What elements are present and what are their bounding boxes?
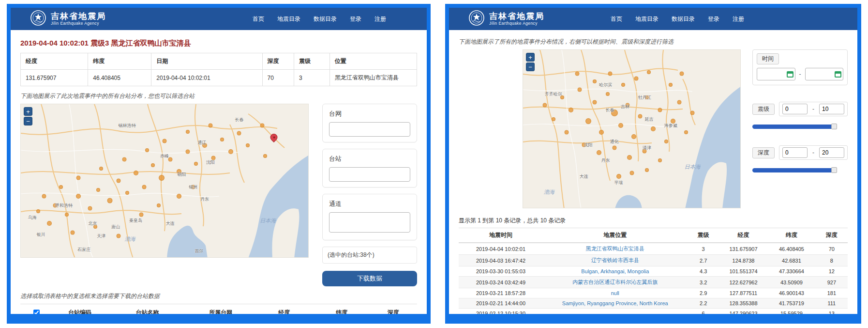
station-marker[interactable] xyxy=(647,70,651,74)
station-marker[interactable] xyxy=(107,198,113,203)
station-marker[interactable] xyxy=(177,194,181,199)
station-marker[interactable] xyxy=(151,163,155,167)
station-marker[interactable] xyxy=(76,194,81,199)
station-marker[interactable] xyxy=(237,131,241,136)
station-marker[interactable] xyxy=(645,168,649,172)
station-marker[interactable] xyxy=(209,124,213,128)
quake-location-link[interactable]: 黑龙江省双鸭山市宝清县 xyxy=(586,246,644,251)
station-marker[interactable] xyxy=(552,117,555,121)
station-marker[interactable] xyxy=(65,213,69,217)
station-marker[interactable] xyxy=(679,71,684,76)
station-marker[interactable] xyxy=(664,140,668,143)
station-marker[interactable] xyxy=(631,134,636,139)
station-marker[interactable] xyxy=(162,139,166,143)
station-marker[interactable] xyxy=(260,124,264,128)
station-marker[interactable] xyxy=(593,79,597,83)
station-marker[interactable] xyxy=(575,71,580,76)
station-marker[interactable] xyxy=(70,231,75,235)
station-marker[interactable] xyxy=(220,138,224,141)
station-map[interactable]: + − 锡林浩特通辽长春沈阳赤峰朝阳锦州北京天津石家庄唐山秦皇岛大连丹东银川乌海… xyxy=(20,104,309,258)
station-marker[interactable] xyxy=(658,108,662,112)
nav-item-2[interactable]: 数据目录 xyxy=(672,15,695,23)
station-marker[interactable] xyxy=(597,150,601,155)
station-marker[interactable] xyxy=(690,111,695,115)
station-marker[interactable] xyxy=(96,188,100,192)
quake-location-link[interactable]: Bulgan, Arkhangai, Mongolia xyxy=(581,268,649,274)
station-marker[interactable] xyxy=(194,162,198,166)
station-marker[interactable] xyxy=(585,118,591,124)
station-marker[interactable] xyxy=(116,234,120,238)
station-marker[interactable] xyxy=(263,154,267,158)
magnitude-max-input[interactable] xyxy=(819,104,844,114)
station-marker[interactable] xyxy=(125,191,129,195)
depth-slider[interactable] xyxy=(752,168,836,172)
magnitude-min-input[interactable] xyxy=(782,104,808,114)
station-marker[interactable] xyxy=(145,148,149,152)
calendar-icon[interactable] xyxy=(835,71,841,78)
date-to-input[interactable] xyxy=(805,68,843,80)
station-marker[interactable] xyxy=(606,92,610,96)
magnitude-slider[interactable] xyxy=(752,125,836,129)
station-marker[interactable] xyxy=(157,203,161,207)
station-marker[interactable] xyxy=(116,179,120,183)
slider-handle[interactable] xyxy=(831,167,837,173)
download-data-button[interactable]: 下载数据 xyxy=(322,271,417,286)
depth-max-input[interactable] xyxy=(819,147,844,158)
station-marker[interactable] xyxy=(627,155,632,160)
station-marker[interactable] xyxy=(577,87,582,92)
zoom-out-button[interactable]: − xyxy=(526,62,535,71)
select-all-checkbox[interactable] xyxy=(33,310,40,316)
station-marker[interactable] xyxy=(616,174,621,179)
station-marker[interactable] xyxy=(134,171,138,175)
station-marker[interactable] xyxy=(638,114,643,118)
slider-handle[interactable] xyxy=(831,124,837,129)
quake-location-link[interactable]: 辽宁省铁岭市西丰县 xyxy=(591,257,639,263)
station-marker[interactable] xyxy=(186,130,190,134)
station-marker[interactable] xyxy=(228,149,233,154)
nav-item-1[interactable]: 地震目录 xyxy=(277,15,300,23)
station-marker[interactable] xyxy=(608,71,612,76)
station-marker[interactable] xyxy=(47,221,52,226)
calendar-icon[interactable] xyxy=(787,71,793,78)
quake-location-link[interactable]: 内蒙古自治区通辽市科尔沁左翼后旗 xyxy=(572,279,658,285)
zoom-in-button[interactable]: + xyxy=(526,53,535,62)
station-marker[interactable] xyxy=(684,130,688,134)
quake-location-link[interactable]: null xyxy=(611,290,619,296)
nav-item-0[interactable]: 首页 xyxy=(611,15,622,23)
nav-item-4[interactable]: 注册 xyxy=(374,15,386,23)
station-marker[interactable] xyxy=(599,130,604,135)
station-marker[interactable] xyxy=(669,83,673,87)
station-marker[interactable] xyxy=(593,100,597,104)
station-marker[interactable] xyxy=(99,167,103,171)
nav-item-1[interactable]: 地震目录 xyxy=(635,15,658,23)
network-input[interactable] xyxy=(329,122,410,137)
station-marker[interactable] xyxy=(634,76,638,80)
station-input[interactable] xyxy=(329,167,410,182)
station-marker[interactable] xyxy=(139,212,144,217)
nav-item-3[interactable]: 登录 xyxy=(708,15,719,23)
station-marker[interactable] xyxy=(159,175,165,181)
quake-location-link[interactable]: Samjiyon, Ryanggang Province, North Kore… xyxy=(562,300,668,306)
station-marker[interactable] xyxy=(651,126,656,131)
station-marker[interactable] xyxy=(142,185,147,189)
nav-item-2[interactable]: 数据目录 xyxy=(314,15,337,23)
station-marker[interactable] xyxy=(246,143,250,147)
station-marker[interactable] xyxy=(122,157,126,161)
station-marker[interactable] xyxy=(76,175,80,180)
station-marker[interactable] xyxy=(612,146,616,150)
zoom-out-button[interactable]: − xyxy=(24,117,32,125)
station-marker[interactable] xyxy=(629,171,634,175)
station-marker[interactable] xyxy=(59,185,63,189)
station-marker[interactable] xyxy=(542,103,547,108)
depth-min-input[interactable] xyxy=(782,147,808,158)
station-marker[interactable] xyxy=(658,158,662,162)
station-marker[interactable] xyxy=(564,130,569,134)
date-from-input[interactable] xyxy=(757,68,795,80)
station-marker[interactable] xyxy=(569,108,573,112)
channel-input[interactable] xyxy=(329,212,410,233)
station-marker[interactable] xyxy=(185,149,190,154)
station-marker[interactable] xyxy=(621,83,625,87)
earthquake-map[interactable]: + − 齐齐哈尔哈尔滨长春吉林牡丹江延吉沈阳通化丹东大连海参崴清津平壤日本海渤海 xyxy=(523,49,741,208)
station-marker[interactable] xyxy=(677,100,682,104)
zoom-in-button[interactable]: + xyxy=(24,107,32,116)
